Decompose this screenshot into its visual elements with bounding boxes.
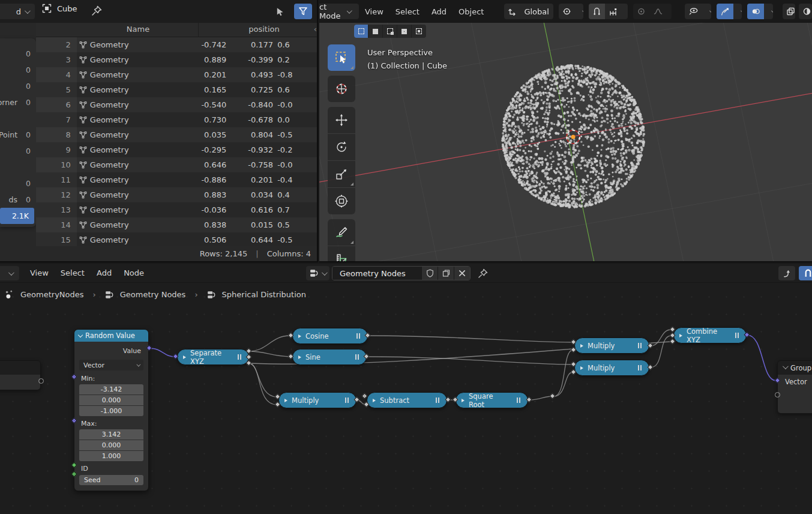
max-z-field[interactable]: 1.000 [79,451,143,461]
min-z-field[interactable]: -1.000 [79,406,143,416]
table-row[interactable]: 11 Geometry -0.886 0.201 -0.4 [36,172,318,187]
node-square-root[interactable]: Square Root [456,392,528,408]
pin-icon[interactable] [91,5,102,16]
node-group-output[interactable]: Group O Vector [777,360,812,414]
node-subtract[interactable]: Subtract [367,392,447,408]
show-object-types-dropdown[interactable] [685,4,711,19]
menu-add[interactable]: Add [426,7,453,16]
filter-button[interactable] [294,4,312,19]
tool-rotate[interactable] [328,134,355,160]
node-tree-type-dropdown[interactable] [306,266,329,280]
dataset-row[interactable]: 0 [0,78,36,94]
menu-view[interactable]: View [359,7,389,16]
snap-to-icon[interactable] [605,4,622,19]
table-row[interactable]: 8 Geometry 0.035 0.804 -0.5 [36,127,318,142]
breadcrumb-root[interactable]: GeometryNodes [20,290,84,299]
menu-view[interactable]: View [24,268,55,277]
collapse-chevron-icon[interactable] [783,363,789,369]
use-row-filters-icon[interactable] [271,4,289,19]
fake-user-button[interactable] [421,267,438,280]
dataset-dropdown[interactable]: d [0,4,35,19]
menu-add[interactable]: Add [91,268,118,277]
tool-move[interactable] [328,107,355,133]
pivot-point-dropdown[interactable] [559,4,584,19]
dataset-row[interactable] [0,110,36,127]
dataset-row[interactable]: 0 [0,46,36,62]
xray-toggle[interactable] [783,4,796,19]
select-mode-intersect[interactable] [412,25,426,38]
tool-cursor[interactable] [328,76,355,102]
magnet-icon[interactable] [589,4,605,19]
table-row[interactable]: 5 Geometry 0.165 0.725 0.6 [36,82,318,97]
select-mode-extend[interactable] [368,25,383,38]
dataset-row[interactable]: Point0 [0,127,36,143]
viewport-scene[interactable] [319,0,812,262]
node-separate-xyz[interactable]: Separate XYZ [177,349,249,365]
min-y-field[interactable]: 0.000 [79,395,143,405]
node-multiply-2[interactable]: Multiply [574,337,649,354]
dataset-row[interactable] [0,159,36,175]
table-row[interactable]: 6 Geometry -0.540 -0.840 -0.0 [36,97,318,112]
table-row[interactable]: 10 Geometry 0.646 -0.758 -0.0 [36,157,318,172]
column-header-name[interactable]: Name [108,25,168,34]
node-cosine[interactable]: Cosine [292,328,368,344]
node-multiply-1[interactable]: Multiply [278,392,356,408]
table-row[interactable]: 9 Geometry -0.295 -0.932 -0.2 [36,142,318,157]
table-row[interactable]: 4 Geometry 0.201 0.493 -0.8 [36,67,318,82]
menu-select[interactable]: Select [55,268,91,277]
collapse-chevron-icon[interactable] [78,332,83,337]
tool-scale[interactable] [328,161,355,187]
column-header-position[interactable]: position [234,25,294,34]
menu-select[interactable]: Select [389,7,426,16]
node-snapping-toggle[interactable] [799,266,812,280]
table-row[interactable]: 7 Geometry 0.730 -0.678 0.0 [36,112,318,127]
data-type-dropdown[interactable]: Vector [79,360,143,370]
menu-object[interactable]: Object [453,7,490,16]
socket-output-circle[interactable] [38,378,44,384]
socket-separate-z-out[interactable] [246,360,252,366]
dataset-row[interactable]: 0 [0,143,36,159]
node-combine-xyz[interactable]: Combine XYZ [673,327,747,343]
select-mode-invert[interactable] [397,25,412,38]
overlays-group[interactable] [747,4,772,19]
max-x-field[interactable]: 3.142 [79,429,143,440]
tool-measure[interactable] [328,246,355,262]
snapping-group[interactable] [589,4,627,19]
node-group-input[interactable]: nput [0,360,41,390]
tool-annotate[interactable] [328,219,355,246]
table-row[interactable]: 13 Geometry -0.036 0.616 0.7 [36,202,318,217]
table-row[interactable]: 2 Geometry -0.742 0.177 0.6 [36,37,318,52]
max-y-field[interactable]: 0.000 [79,440,143,450]
dataset-row[interactable]: 2.1K [0,208,34,224]
tool-select-box[interactable] [328,44,355,71]
seed-field[interactable]: Seed 0 [79,475,143,485]
pin-icon[interactable] [478,268,488,279]
min-x-field[interactable]: -3.142 [79,384,143,395]
reroute-node[interactable] [550,393,556,399]
transform-orientation-dropdown[interactable]: Global [504,4,553,19]
mode-dropdown[interactable]: ct Mode [319,4,359,19]
dataset-row[interactable]: 0 [0,62,36,78]
breadcrumb-group[interactable]: Spherical Distribution [222,290,306,299]
editor-type-dropdown[interactable] [0,266,19,280]
gizmo-icon[interactable] [717,4,733,19]
go-to-parent-button[interactable] [778,266,795,280]
node-multiply-3[interactable]: Multiply [574,360,649,376]
table-row[interactable]: 14 Geometry 0.838 0.015 0.5 [36,217,318,232]
dataset-row[interactable]: 0 [0,175,36,192]
table-row[interactable]: 12 Geometry 0.883 0.034 0.4 [36,187,318,202]
viewport-3d[interactable]: ct Mode View Select Add Object Global [319,0,812,262]
breadcrumb-tree[interactable]: Geometry Nodes [120,290,186,299]
select-mode-set[interactable] [354,25,368,38]
dataset-row[interactable]: ds0 [0,192,36,208]
dataset-row[interactable]: orner0 [0,94,36,110]
socket-virtual-circle[interactable] [775,392,780,398]
table-row[interactable]: 15 Geometry 0.506 0.644 -0.5 [36,232,318,247]
new-copy-button[interactable] [438,267,454,280]
tool-transform[interactable] [328,188,355,214]
select-mode-subtract[interactable] [383,25,397,38]
menu-node[interactable]: Node [118,268,150,277]
gizmos-group[interactable] [717,4,742,19]
proportional-editing-group[interactable] [633,4,672,19]
viewport-shading-group[interactable] [799,4,812,19]
